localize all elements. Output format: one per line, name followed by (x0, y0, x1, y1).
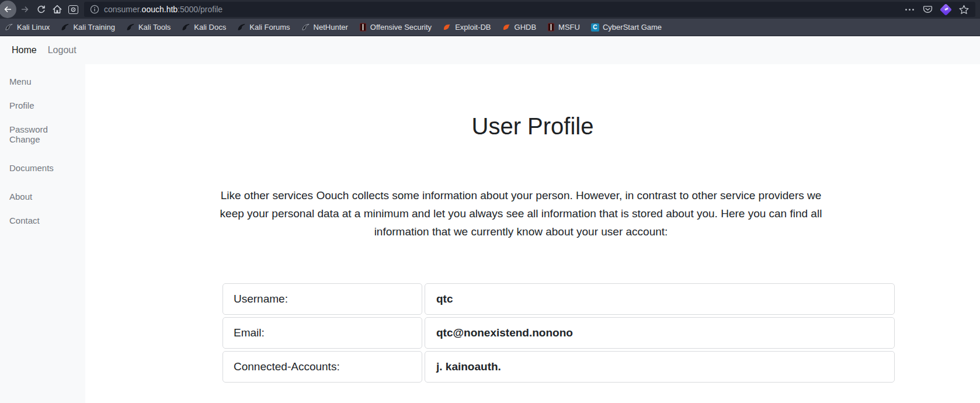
bookmark-kali-tools[interactable]: Kali Tools (126, 23, 171, 32)
forward-arrow-icon (20, 4, 30, 15)
offsec-icon (359, 23, 367, 32)
kali-dragon-icon (301, 23, 310, 32)
kali-swoosh-icon (61, 23, 69, 32)
kali-dragon-icon (5, 23, 13, 32)
ghdb-bug-icon (502, 23, 511, 32)
bookmark-nethunter[interactable]: NetHunter (301, 23, 348, 32)
bookmarks-bar: Kali Linux Kali Training Kali Tools Kali… (0, 19, 980, 36)
table-row: Email: qtc@nonexistend.nonono (223, 317, 895, 349)
pocket-icon[interactable] (922, 4, 933, 15)
sidebar-item-about[interactable]: About (9, 192, 81, 202)
profile-table: Username: qtc Email: qtc@nonexistend.non… (220, 281, 897, 385)
sidebar-item-profile[interactable]: Profile (9, 100, 81, 110)
bookmark-star-icon[interactable] (958, 4, 969, 15)
bookmark-kali-forums[interactable]: Kali Forums (237, 23, 290, 32)
table-row: Username: qtc (223, 283, 895, 315)
forward-button[interactable] (20, 4, 30, 15)
bookmark-exploit-db[interactable]: Exploit-DB (443, 23, 491, 32)
sidebar-heading-menu: Menu (9, 77, 81, 86)
username-value: qtc (425, 283, 895, 315)
site-navbar: Home Logout (0, 36, 980, 64)
bookmark-offensive-security[interactable]: Offensive Security (359, 23, 432, 32)
connected-accounts-value: j. kainoauth. (425, 351, 895, 383)
url-bar[interactable]: consumer.oouch.htb:5000/profile (84, 2, 975, 17)
home-icon (52, 4, 62, 15)
intro-paragraph: Like other services Oouch collects some … (208, 186, 833, 241)
extension-gem-icon[interactable] (940, 3, 952, 15)
extension-button[interactable] (68, 5, 78, 14)
email-label: Email: (223, 317, 422, 349)
bookmark-cyberstart-game[interactable]: C CyberStart Game (591, 23, 662, 32)
kali-swoosh-icon (182, 23, 190, 32)
bookmark-kali-training[interactable]: Kali Training (61, 23, 115, 32)
page-actions-button[interactable] (905, 9, 914, 11)
bookmark-kali-linux[interactable]: Kali Linux (5, 23, 50, 32)
reload-button[interactable] (36, 5, 46, 15)
extension-icon (68, 5, 78, 14)
username-label: Username: (223, 283, 422, 315)
browser-toolbar: consumer.oouch.htb:5000/profile (0, 0, 980, 19)
bookmark-ghdb[interactable]: GHDB (502, 23, 537, 32)
nav-home-link[interactable]: Home (12, 45, 37, 55)
sidebar-item-documents[interactable]: Documents (9, 163, 81, 173)
home-button[interactable] (52, 4, 62, 15)
sidebar-item-contact[interactable]: Contact (9, 216, 81, 225)
exploit-db-bug-icon (443, 23, 451, 32)
site-info-icon[interactable] (90, 5, 99, 14)
bookmark-msfu[interactable]: MSFU (547, 23, 580, 32)
page-viewport: Home Logout Menu Profile Password Change… (0, 36, 980, 403)
kali-swoosh-icon (237, 23, 246, 32)
nav-logout-link[interactable]: Logout (48, 45, 77, 55)
back-button[interactable] (0, 1, 16, 18)
sidebar: Menu Profile Password Change Documents A… (0, 64, 85, 403)
main-content: User Profile Like other services Oouch c… (85, 64, 980, 403)
email-value: qtc@nonexistend.nonono (425, 317, 895, 349)
connected-accounts-label: Connected-Accounts: (223, 351, 422, 383)
kali-swoosh-icon (126, 23, 135, 32)
sidebar-item-password-change[interactable]: Password Change (9, 124, 81, 144)
table-row: Connected-Accounts: j. kainoauth. (223, 351, 895, 383)
url-text: consumer.oouch.htb:5000/profile (104, 5, 901, 14)
msfu-icon (547, 23, 555, 32)
back-arrow-icon (2, 4, 13, 15)
page-title: User Profile (85, 113, 980, 140)
reload-icon (36, 5, 46, 15)
bookmark-kali-docs[interactable]: Kali Docs (182, 23, 226, 32)
cyberstart-icon: C (591, 23, 599, 32)
